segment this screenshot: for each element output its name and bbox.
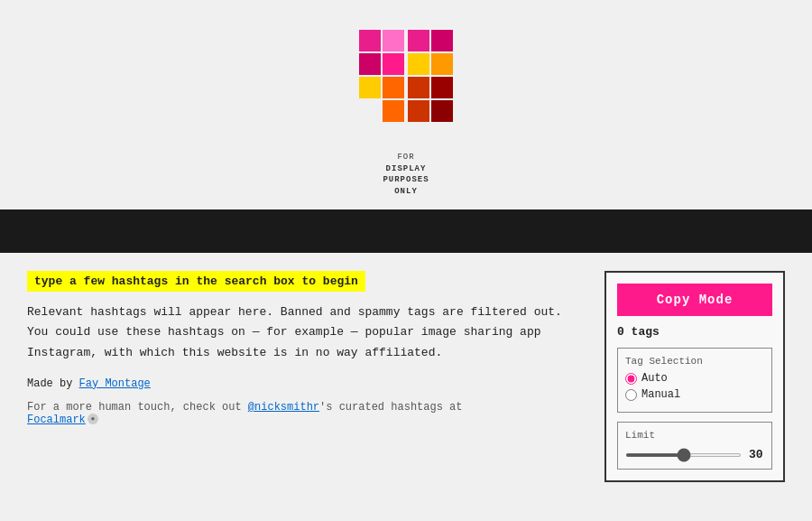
svg-rect-1 <box>383 30 404 51</box>
svg-rect-10 <box>408 77 429 98</box>
nicksmithr-link[interactable]: @nicksmithr <box>248 401 319 414</box>
manual-radio[interactable] <box>625 389 637 401</box>
focalmark-link[interactable]: Focalmark <box>27 414 86 426</box>
right-panel: Copy Mode 0 tags Tag Selection Auto Manu… <box>604 271 785 482</box>
made-by-prefix: Made by <box>27 377 79 390</box>
tag-selection-label: Tag Selection <box>625 356 764 367</box>
limit-label: Limit <box>625 430 764 441</box>
page-wrapper: FOR DISPLAY PURPOSES ONLY type a few has… <box>0 0 812 521</box>
focalmark-line: For a more human touch, check out @nicks… <box>27 401 586 426</box>
svg-rect-2 <box>408 30 429 51</box>
logo-container <box>352 18 460 144</box>
svg-rect-8 <box>359 77 381 98</box>
svg-rect-3 <box>431 30 453 51</box>
search-input[interactable] <box>18 224 794 238</box>
auto-option[interactable]: Auto <box>625 372 764 385</box>
auto-label: Auto <box>641 372 668 385</box>
tags-count: 0 tags <box>617 325 772 339</box>
copy-mode-button[interactable]: Copy Mode <box>617 284 772 316</box>
slider-row: 30 <box>625 448 764 461</box>
manual-option[interactable]: Manual <box>625 388 764 401</box>
search-bar[interactable] <box>0 209 812 253</box>
limit-box: Limit 30 <box>617 422 772 470</box>
svg-rect-13 <box>408 100 429 122</box>
manual-label: Manual <box>641 388 680 401</box>
description-text: Relevant hashtags will appear here. Bann… <box>27 302 586 362</box>
made-by-line: Made by Fay Montage <box>27 377 586 390</box>
svg-rect-0 <box>359 30 381 51</box>
svg-rect-9 <box>383 77 404 98</box>
focalmark-suffix: 's curated hashtags at <box>319 401 462 414</box>
svg-rect-6 <box>408 53 429 75</box>
svg-rect-12 <box>383 100 404 122</box>
svg-rect-4 <box>359 53 381 75</box>
svg-rect-5 <box>383 53 404 75</box>
header: FOR DISPLAY PURPOSES ONLY <box>0 0 812 206</box>
focalmark-badge: ● <box>88 414 98 424</box>
tag-selection-box: Tag Selection Auto Manual <box>617 348 772 413</box>
highlight-instruction: type a few hashtags in the search box to… <box>27 271 365 292</box>
auto-radio[interactable] <box>625 373 637 385</box>
logo-svg <box>352 18 460 144</box>
svg-rect-11 <box>431 77 453 98</box>
limit-slider[interactable] <box>625 453 742 457</box>
left-panel: type a few hashtags in the search box to… <box>27 271 586 425</box>
limit-value: 30 <box>749 448 767 461</box>
logo-subtitle: FOR DISPLAY PURPOSES ONLY <box>383 152 429 197</box>
focalmark-prefix: For a more human touch, check out <box>27 401 248 414</box>
main-content: type a few hashtags in the search box to… <box>0 253 812 500</box>
made-by-link[interactable]: Fay Montage <box>79 377 151 390</box>
svg-rect-14 <box>431 100 453 122</box>
svg-rect-7 <box>431 53 453 75</box>
